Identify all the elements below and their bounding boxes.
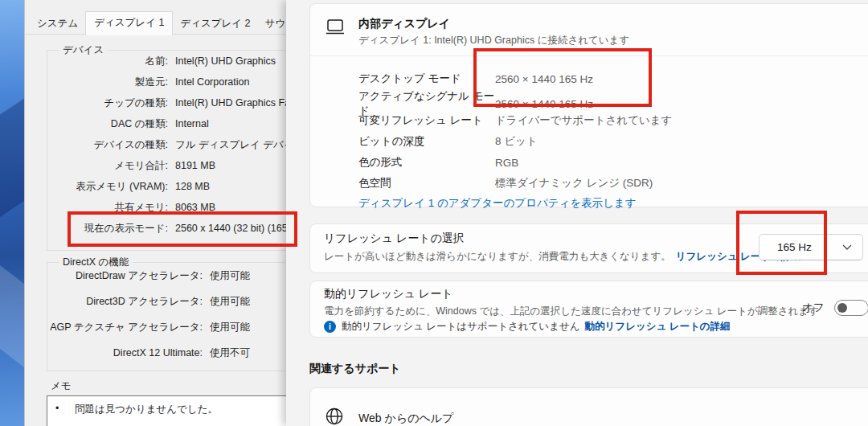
- refresh-rate-description: レートが高いほど動きは滑らかになりますが、消費電力も大きくなります。リフレッシュ…: [324, 250, 801, 264]
- dynamic-refresh-details-link[interactable]: 動的リフレッシュ レートの詳細: [585, 320, 731, 334]
- field-value: Intel(R) UHD Graphics: [175, 55, 286, 67]
- row-value: 2560 × 1440 165 Hz: [495, 73, 868, 85]
- related-support-heading: 関連するサポート: [309, 362, 401, 376]
- notes-box[interactable]: • 問題は見つかりませんでした。: [47, 395, 286, 426]
- device-row-device-type: デバイスの種類: フル ディスプレイ デバイス: [47, 134, 286, 155]
- bullet-icon: •: [55, 403, 75, 416]
- dynamic-refresh-toggle-group: オフ: [802, 300, 868, 316]
- row-value: 8 ビット: [495, 134, 868, 149]
- refresh-rate-card: リフレッシュ レートの選択 レートが高いほど動きは滑らかになりますが、消費電力も…: [309, 223, 868, 273]
- field-value: 使用可能: [210, 295, 286, 309]
- field-label: 表示メモリ (VRAM):: [47, 180, 168, 194]
- row-label: 色空間: [358, 176, 495, 190]
- status-text: 動的リフレッシュ レートはサポートされていません: [342, 320, 580, 334]
- field-label: DirectDraw アクセラレータ:: [47, 269, 203, 283]
- dynamic-refresh-title: 動的リフレッシュ レート: [324, 287, 453, 301]
- device-groupbox: デバイス 名前: Intel(R) UHD Graphics 製造元: Inte…: [47, 50, 286, 251]
- field-value: 8191 MB: [175, 160, 286, 171]
- row-bit-depth: ビットの深度 8 ビット: [358, 131, 868, 152]
- toggle-state-label: オフ: [802, 301, 825, 315]
- device-row-chip-type: チップの種類: Intel(R) UHD Graphics Famil: [47, 92, 286, 113]
- desktop-wallpaper: [0, 0, 27, 426]
- device-row-total-memory: メモリ合計: 8191 MB: [47, 155, 286, 176]
- row-label: 色の形式: [358, 155, 495, 170]
- row-value: ドライバーでサポートされています: [495, 113, 868, 128]
- dynamic-refresh-toggle[interactable]: [834, 300, 868, 316]
- field-label: チップの種類:: [47, 96, 168, 110]
- field-value: Intel(R) UHD Graphics Famil: [175, 97, 286, 109]
- toggle-knob: [837, 303, 847, 313]
- device-groupbox-title: デバイス: [59, 43, 108, 57]
- field-label: DirectX 12 Ultimate:: [47, 347, 203, 358]
- field-value: 2560 x 1440 (32 bit) (165Hz: [175, 223, 286, 234]
- field-value: Internal: [175, 118, 286, 129]
- field-label: デバイスの種類:: [47, 138, 168, 152]
- tab-sound[interactable]: サウンド: [258, 14, 286, 35]
- device-row-manufacturer: 製造元: Intel Corporation: [47, 72, 286, 92]
- row-label: 可変リフレッシュ レート: [358, 113, 495, 128]
- adapter-properties-link[interactable]: ディスプレイ 1 のアダプターのプロパティを表示します: [358, 196, 637, 211]
- field-label: Direct3D アクセラレータ:: [47, 295, 203, 309]
- refresh-rate-title: リフレッシュ レートの選択: [324, 231, 465, 246]
- device-row-shared-memory: 共有メモリ: 8063 MB: [47, 197, 286, 218]
- field-value: Intel Corporation: [175, 76, 286, 88]
- display-card-title: 内部ディスプレイ: [358, 17, 450, 31]
- settings-window: 内部ディスプレイ ディスプレイ 1: Intel(R) UHD Graphics…: [286, 0, 868, 426]
- directx-groupbox-title: DirectX の機能: [59, 256, 133, 269]
- chevron-down-icon: [842, 244, 852, 251]
- field-label: AGP テクスチャ アクセラレータ:: [47, 321, 203, 334]
- dynamic-refresh-description: 電力を節約するために、Windows では、上記の選択した速度に合わせてリフレッ…: [324, 305, 819, 318]
- field-label: 製造元:: [47, 76, 168, 89]
- row-value: 2560 × 1440 165 Hz: [495, 98, 868, 110]
- dxdiag-tabbar: システム ディスプレイ 1 ディスプレイ 2 サウンド 入力: [30, 15, 286, 35]
- internal-display-card: 内部ディスプレイ ディスプレイ 1: Intel(R) UHD Graphics…: [309, 3, 868, 207]
- row-variable-refresh-rate: 可変リフレッシュ レート ドライバーでサポートされています: [358, 110, 868, 131]
- info-icon: i: [324, 321, 336, 333]
- display-detail-rows: デスクトップ モード 2560 × 1440 165 Hz アクティブなシグナル…: [358, 68, 868, 194]
- field-value: 使用不可: [210, 346, 286, 360]
- field-value: 使用可能: [210, 321, 286, 334]
- description-text: レートが高いほど動きは滑らかになりますが、消費電力も大きくなります。: [324, 251, 671, 262]
- field-label: 現在の表示モード:: [47, 222, 168, 236]
- directx-row-direct3d: Direct3D アクセラレータ: 使用可能: [47, 289, 286, 314]
- field-value: フル ディスプレイ デバイス: [175, 138, 286, 152]
- row-label: ビットの深度: [358, 134, 495, 149]
- row-color-format: 色の形式 RGB: [358, 152, 868, 173]
- field-value: 8063 MB: [175, 202, 286, 213]
- tab-system[interactable]: システム: [30, 14, 85, 35]
- dynamic-refresh-status-row: i 動的リフレッシュ レートはサポートされていません動的リフレッシュ レートの詳…: [324, 320, 731, 334]
- notes-groupbox-title: メモ: [51, 379, 72, 393]
- display-card-subtitle: ディスプレイ 1: Intel(R) UHD Graphics に接続されていま…: [358, 34, 629, 47]
- device-row-dac-type: DAC の種類: Internal: [47, 113, 286, 134]
- wallpaper-facet: [0, 96, 27, 217]
- row-color-space: 色空間 標準ダイナミック レンジ (SDR): [358, 173, 868, 194]
- field-value: 使用可能: [210, 269, 286, 283]
- device-row-vram: 表示メモリ (VRAM): 128 MB: [47, 176, 286, 197]
- dropdown-value: 165 Hz: [777, 241, 812, 253]
- wallpaper-facet: [0, 265, 27, 370]
- row-value: RGB: [495, 157, 868, 169]
- directx-features-groupbox: DirectX の機能 DirectDraw アクセラレータ: 使用可能 Dir…: [47, 262, 286, 371]
- globe-icon: [324, 406, 345, 426]
- field-label: 共有メモリ:: [47, 201, 168, 215]
- dxdiag-window: システム ディスプレイ 1 ディスプレイ 2 サウンド 入力 デバイス 名前: …: [24, 0, 286, 426]
- laptop-display-icon: [325, 17, 346, 36]
- tab-display-1[interactable]: ディスプレイ 1: [85, 11, 173, 35]
- row-value: 標準ダイナミック レンジ (SDR): [495, 176, 868, 190]
- dynamic-refresh-rate-card: 動的リフレッシュ レート 電力を節約するために、Windows では、上記の選択…: [309, 281, 868, 338]
- web-help-card[interactable]: Web からのヘルプ: [309, 387, 868, 426]
- field-label: メモリ合計:: [47, 159, 168, 173]
- device-row-current-display-mode: 現在の表示モード: 2560 x 1440 (32 bit) (165Hz: [47, 218, 286, 239]
- web-help-title: Web からのヘルプ: [358, 412, 453, 426]
- field-value: 128 MB: [175, 181, 286, 192]
- tab-display-2[interactable]: ディスプレイ 2: [173, 14, 257, 35]
- card-divider: [310, 55, 868, 56]
- notes-text: 問題は見つかりませんでした。: [75, 403, 218, 416]
- field-label: DAC の種類:: [47, 117, 168, 131]
- row-label: デスクトップ モード: [358, 72, 495, 86]
- refresh-rate-dropdown[interactable]: 165 Hz: [759, 234, 863, 260]
- row-desktop-mode: デスクトップ モード 2560 × 1440 165 Hz: [358, 68, 868, 89]
- directx-row-dx12-ultimate: DirectX 12 Ultimate: 使用不可: [47, 340, 286, 366]
- notes-line: • 問題は見つかりませんでした。: [55, 403, 286, 416]
- directx-row-agp: AGP テクスチャ アクセラレータ: 使用可能: [47, 314, 286, 340]
